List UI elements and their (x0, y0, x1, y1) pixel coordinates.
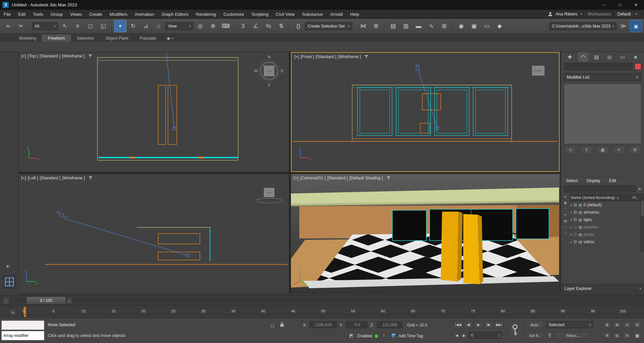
visibility-eye-icon[interactable]: ʘ (574, 232, 577, 237)
rendered-frame-window-icon[interactable]: ▭ (481, 20, 493, 32)
menu-edit[interactable]: Edit (14, 10, 29, 18)
glass-wall-wireframe[interactable] (98, 157, 238, 159)
menu-help[interactable]: Help (346, 10, 363, 18)
display-cameras-icon[interactable]: ▣ (564, 219, 567, 223)
key-selection-dropdown[interactable]: Selected ▾ (546, 321, 593, 328)
visibility-eye-icon[interactable]: ʘ (574, 218, 577, 222)
time-slider-track[interactable] (3, 300, 560, 301)
viewport-menu-standard[interactable]: [Standard ] (327, 176, 348, 180)
layer-row-portas[interactable]: ▸ʘ▤portas (569, 231, 644, 238)
explorer-column-header[interactable]: Name (Sorted Ascending) ▲ Fr... (569, 194, 644, 201)
project-folder-dropdown[interactable]: C:\Users\aninh...s\3ds Max 2023▾ (549, 22, 616, 30)
menu-arnold[interactable]: Arnold (327, 10, 347, 18)
modifier-stack-list[interactable] (564, 84, 641, 144)
curve-editor-icon[interactable]: ∿ (425, 20, 437, 32)
remove-modifier-icon[interactable]: ✕ (613, 146, 625, 154)
zero-badge[interactable]: 0 (381, 333, 387, 339)
paint-helper-figure[interactable] (57, 211, 190, 257)
use-pivot-point-center-icon[interactable]: ◎ (194, 20, 206, 32)
viewport-menu-plus[interactable]: [+] (21, 176, 26, 180)
select-by-name-icon[interactable]: ≡ (72, 20, 84, 32)
expander-icon[interactable]: ▸ (570, 240, 572, 244)
time-tag-cube-icon[interactable] (391, 333, 396, 339)
track-bar[interactable]: ∿ 05101520253035404550556065707580859095… (0, 305, 644, 318)
slab-wireframe[interactable] (45, 227, 288, 264)
maximize-button[interactable]: □ (612, 0, 628, 10)
user-menu-caret-icon[interactable]: ▾ (580, 12, 582, 16)
visibility-eye-icon[interactable]: ʘ (574, 225, 577, 229)
close-button[interactable]: ✕ (628, 0, 644, 10)
menu-customize[interactable]: Customize (220, 10, 248, 18)
door-wireframe[interactable] (158, 233, 200, 260)
viewport-camera[interactable]: [+] [Camera001 ] [Standard ] [Default Sh… (291, 174, 560, 293)
menu-modifiers[interactable]: Modifiers (106, 10, 131, 18)
expander-icon[interactable]: ▸ (570, 211, 572, 214)
auto-key-button[interactable]: Auto (525, 321, 544, 328)
select-and-rotate-icon[interactable]: ↻ (127, 20, 139, 32)
render-in-cloud-icon[interactable]: ▣ (630, 20, 642, 32)
menu-substance[interactable]: Substance (298, 10, 326, 18)
explorer-menu-select[interactable]: Select (566, 178, 578, 183)
display-shapes-icon[interactable]: ◠ (564, 207, 567, 211)
next-frame-button[interactable]: I▶ (484, 321, 493, 328)
select-and-link-icon[interactable]: ∞ (2, 20, 14, 32)
ribbon-tab-freeform[interactable]: Freeform (42, 35, 71, 42)
configure-modifier-sets-icon[interactable]: ⊞ (629, 146, 641, 154)
play-animation-button[interactable]: ▶ (474, 321, 483, 328)
z-coordinate-field[interactable]: 131.008 (377, 321, 402, 328)
next-frame-arrow[interactable]: › (66, 297, 73, 304)
window-crossing-toggle-icon[interactable]: ◱ (97, 20, 109, 32)
zoom-all-button[interactable]: ⊛ (613, 321, 621, 328)
modify-tab-icon[interactable]: ◠ (578, 53, 588, 61)
viewport-filter-icon[interactable] (89, 176, 92, 180)
viewport-menu-plus[interactable]: [+] (21, 54, 26, 58)
adaptive-degradation-icon[interactable]: ◩ (349, 333, 353, 338)
explorer-menu-display[interactable]: Display (587, 178, 600, 183)
select-and-place-icon[interactable]: ⌂ (153, 20, 165, 32)
ribbon-tab-modeling[interactable]: Modeling (13, 35, 42, 42)
viewport-front-active[interactable]: [+] [Front ] [Standard ] [Wireframe ] (291, 52, 560, 172)
render-setup-icon[interactable]: ▣ (468, 20, 480, 32)
align-icon[interactable]: ≣ (370, 20, 382, 32)
schematic-view-icon[interactable]: ⊞ (438, 20, 450, 32)
viewcube-front[interactable]: FRONT (532, 66, 544, 76)
angle-snap-toggle-icon[interactable]: ∠ (250, 20, 262, 32)
selection-filter-dropdown[interactable]: All▾ (32, 22, 58, 30)
select-object-icon[interactable]: ↖ (59, 20, 71, 32)
viewport-menu-standard[interactable]: [Standard ] (40, 54, 60, 58)
menu-scripting[interactable]: Scripting (248, 10, 272, 18)
go-to-start-button[interactable]: I◀◀ (454, 321, 463, 328)
make-unique-icon[interactable]: ▦ (597, 146, 608, 154)
toolbar-overflow-icon[interactable]: ≫ (617, 20, 629, 32)
frozen-column-header[interactable]: Fr... (633, 196, 643, 200)
field-of-view-button[interactable]: ∢ (603, 332, 611, 339)
key-mode-previous-button[interactable]: ◀ (454, 332, 460, 339)
material-editor-icon[interactable]: ◉ (455, 20, 467, 32)
viewport-layout-tabs-icon[interactable] (3, 275, 16, 289)
layer-row-armarios[interactable]: ▸ʘ▤armarios (569, 209, 644, 216)
viewport-menu-standard[interactable]: [Standard ] (40, 176, 60, 180)
display-all-icon[interactable]: ● (564, 195, 566, 199)
viewport-menu-shading[interactable]: [Wireframe ] (62, 176, 85, 180)
visibility-eye-icon[interactable]: ʘ (574, 240, 577, 244)
menu-file[interactable]: File (0, 10, 14, 18)
viewport-menu-plus[interactable]: [+] (294, 54, 299, 59)
spinner-snap-toggle-icon[interactable]: ⇅ (275, 20, 287, 32)
display-spacewarps-icon[interactable]: ≈ (564, 231, 566, 235)
toggle-scene-explorer-icon[interactable]: ▤ (387, 20, 399, 32)
layer-row-vidros[interactable]: ▸ʘ▤vidros (569, 238, 644, 246)
expander-icon[interactable]: ▸ (570, 203, 572, 207)
menu-views[interactable]: Views (67, 10, 85, 18)
view-compass[interactable]: TOP N E S W (254, 55, 284, 87)
maxscript-listener-box[interactable]: Array modifier (1, 331, 44, 340)
expand-arrow-button[interactable]: ▶ (5, 263, 11, 269)
add-time-tag-label[interactable]: Add Time Tag (398, 334, 423, 338)
object-name-field[interactable] (564, 63, 633, 70)
explorer-menu-edit[interactable]: Edit (609, 178, 616, 183)
menu-create[interactable]: Create (85, 10, 106, 18)
orbit-camera-button[interactable]: ↻ (623, 332, 632, 339)
set-keys-button[interactable] (508, 321, 522, 340)
camera-viewport-canvas[interactable]: z x y (291, 174, 560, 293)
frame-spinner[interactable]: ▲▼ (498, 333, 501, 337)
create-tab-icon[interactable]: ✚ (565, 53, 574, 61)
